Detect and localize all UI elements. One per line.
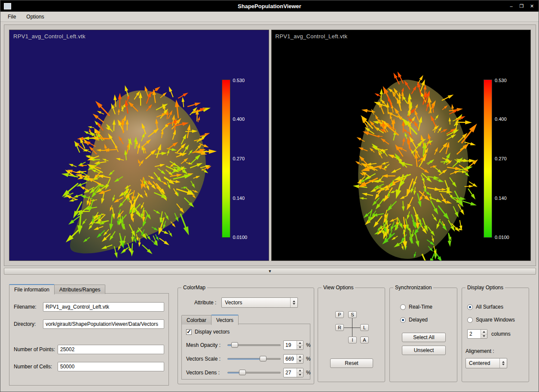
mesh-opacity-spinbox[interactable]: 19 xyxy=(283,340,303,350)
unselect-button[interactable]: Unselect xyxy=(402,346,446,355)
display-options-group: Display Options All Surfaces Square Wind… xyxy=(462,288,529,382)
slider-handle[interactable] xyxy=(239,370,246,375)
spin-down-icon[interactable] xyxy=(297,359,303,364)
tab-file-information[interactable]: File information xyxy=(9,284,55,294)
vectors-scale-spinbox[interactable]: 669 xyxy=(283,354,303,364)
number-of-cells-field[interactable] xyxy=(58,362,164,371)
attribute-row: Attribute : Vectors xyxy=(194,297,306,308)
view-superior-button[interactable]: S xyxy=(348,311,357,318)
spinbox-value: 2 xyxy=(468,330,481,338)
tab-attributes-ranges[interactable]: Attributes/Ranges xyxy=(54,285,105,294)
spin-up-icon[interactable] xyxy=(481,330,487,334)
vectors-scale-slider[interactable] xyxy=(227,355,281,362)
vectors-density-slider[interactable] xyxy=(227,369,281,376)
attribute-label: Attribute : xyxy=(194,300,216,306)
filename-field[interactable] xyxy=(43,302,164,312)
chevron-down-icon: ▼ xyxy=(268,269,272,273)
close-icon[interactable]: ✕ xyxy=(527,2,536,10)
axis-line-horizontal xyxy=(344,328,360,328)
colorbar-tick: 0.0100 xyxy=(233,235,248,240)
colorbar-tick: 0.270 xyxy=(495,156,507,161)
number-of-cells-label: Number of Cells: xyxy=(14,364,58,370)
vectors-density-spinbox[interactable]: 27 xyxy=(283,368,303,377)
viewport-left[interactable]: RPV1_avg_Control_Left.vtk 0.530 0.400 0.… xyxy=(9,30,269,261)
slider-handle[interactable] xyxy=(260,356,266,361)
tab-colorbar[interactable]: Colorbar xyxy=(181,315,211,325)
spinbox-value: 27 xyxy=(284,368,297,377)
colorbar-gradient xyxy=(484,80,492,238)
square-windows-label: Square Windows xyxy=(476,317,515,323)
synchronization-legend: Synchronization xyxy=(393,285,433,291)
display-vectors-row: Display vectors xyxy=(186,328,230,336)
spin-up-icon[interactable] xyxy=(297,355,303,359)
real-time-label: Real-Time xyxy=(409,304,432,310)
colormap-tabs: Colorbar Vectors xyxy=(181,315,238,324)
all-surfaces-radio-row: All Surfaces xyxy=(467,304,503,310)
spin-down-icon[interactable] xyxy=(297,345,303,350)
menu-file[interactable]: File xyxy=(4,12,20,21)
real-time-radio-row: Real-Time xyxy=(400,304,432,310)
delayed-label: Delayed xyxy=(409,317,428,323)
menubar: File Options xyxy=(0,12,539,22)
maximize-icon[interactable]: ❐ xyxy=(517,2,526,10)
view-options-legend: View Options xyxy=(322,285,355,291)
columns-spinbox[interactable]: 2 xyxy=(467,329,487,339)
spin-down-icon[interactable] xyxy=(481,334,487,339)
colorbar-tick: 0.400 xyxy=(495,116,507,122)
attribute-combobox[interactable]: Vectors xyxy=(221,297,298,308)
spinbox-buttons xyxy=(297,355,303,363)
file-info-tabs: File information Attributes/Ranges xyxy=(9,284,169,294)
colorbar-gradient xyxy=(222,80,230,238)
slider-handle[interactable] xyxy=(231,342,238,348)
mesh-opacity-slider[interactable] xyxy=(227,342,281,349)
percent-label: % xyxy=(306,356,311,362)
colorbar: 0.530 0.400 0.270 0.140 0.0100 xyxy=(222,80,230,238)
viewport-right[interactable]: RPV1_avg_Control_Left.vtk 0.530 0.400 0.… xyxy=(271,30,531,261)
spinbox-buttons xyxy=(481,330,487,338)
display-vectors-checkbox[interactable] xyxy=(186,329,192,335)
number-of-points-field[interactable] xyxy=(58,345,164,354)
view-inferior-button[interactable]: I xyxy=(348,337,357,343)
vectors-scale-label: Vectors Scale : xyxy=(186,356,225,362)
reset-button[interactable]: Reset xyxy=(330,358,373,368)
window-controls: – ❐ ✕ xyxy=(507,2,536,10)
render-area: RPV1_avg_Control_Left.vtk 0.530 0.400 0.… xyxy=(4,24,536,266)
directory-label: Directory: xyxy=(14,321,43,327)
square-windows-radio[interactable] xyxy=(467,317,473,323)
filename-label: Filename: xyxy=(14,304,43,310)
spin-down-icon[interactable] xyxy=(297,373,303,377)
spin-up-icon[interactable] xyxy=(297,341,303,345)
colorbar-tick: 0.270 xyxy=(233,156,245,161)
columns-row: 2 columns xyxy=(467,329,511,339)
colorbar-tick: 0.140 xyxy=(233,196,245,201)
tab-vectors[interactable]: Vectors xyxy=(211,315,239,325)
spinbox-buttons xyxy=(297,368,303,377)
view-right-button[interactable]: R xyxy=(335,324,344,331)
menu-options[interactable]: Options xyxy=(22,12,48,21)
combobox-arrows-icon[interactable] xyxy=(499,358,507,368)
select-all-button[interactable]: Select All xyxy=(402,333,446,342)
app-icon xyxy=(4,3,11,9)
delayed-radio[interactable] xyxy=(400,317,406,323)
colorbar: 0.530 0.400 0.270 0.140 0.0100 xyxy=(484,80,492,238)
collapse-panel-handle[interactable]: ▼ xyxy=(4,268,536,275)
window-title: ShapePopulationViewer xyxy=(0,3,539,9)
colorbar-tick: 0.400 xyxy=(233,116,245,122)
directory-field[interactable] xyxy=(43,319,164,329)
vectors-density-label: Vectors Dens : xyxy=(186,370,225,376)
combobox-arrows-icon[interactable] xyxy=(290,298,297,307)
minimize-icon[interactable]: – xyxy=(507,2,516,10)
view-anterior-button[interactable]: A xyxy=(360,337,369,343)
vectors-density-row: Vectors Dens : 27 % xyxy=(186,368,307,377)
view-left-button[interactable]: L xyxy=(360,324,369,331)
real-time-radio[interactable] xyxy=(400,304,406,310)
points-row: Number of Points: xyxy=(14,345,164,354)
viewport-filename-label: RPV1_avg_Control_Left.vtk xyxy=(276,33,348,40)
spin-up-icon[interactable] xyxy=(297,368,303,373)
view-posterior-button[interactable]: P xyxy=(335,311,344,318)
number-of-points-label: Number of Points: xyxy=(14,346,58,352)
alignment-combobox[interactable]: Centered xyxy=(466,358,507,368)
all-surfaces-radio[interactable] xyxy=(467,304,473,310)
alignment-label: Alignement : xyxy=(466,348,494,354)
percent-label: % xyxy=(306,370,311,376)
